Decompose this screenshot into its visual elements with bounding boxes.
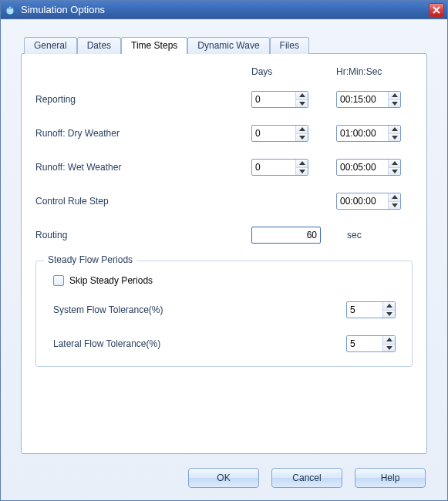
spinner-down-icon[interactable] [296,99,308,108]
runoff-dry-hms-input[interactable] [337,126,388,141]
system-flow-tol-input[interactable] [347,302,382,318]
row-runoff-dry: Runoff: Dry Weather [35,125,413,142]
reporting-hms-spinner[interactable] [336,91,401,108]
group-steady-flow: Steady Flow Periods Skip Steady Periods … [35,261,413,367]
help-button[interactable]: Help [355,468,426,488]
header-days: Days [251,66,336,77]
row-lateral-flow-tol: Lateral Flow Tolerance(%) [49,335,399,352]
tab-panel-time-steps: Days Hr:Min:Sec Reporting [21,53,427,454]
close-button[interactable] [429,3,444,17]
tab-time-steps[interactable]: Time Steps [121,37,187,54]
label-control-rule: Control Rule Step [35,196,251,207]
routing-value-field[interactable] [251,227,321,244]
tab-files[interactable]: Files [270,37,309,54]
titlebar: Simulation Options [1,1,447,19]
tab-container: General Dates Time Steps Dynamic Wave Fi… [21,36,427,454]
tab-dynamic-wave[interactable]: Dynamic Wave [187,37,269,54]
tab-dates[interactable]: Dates [77,37,121,54]
row-runoff-wet: Runoff: Wet Weather [35,159,413,176]
control-rule-hms-input[interactable] [337,193,388,209]
button-bar: OK Cancel Help [21,468,427,488]
tab-row: General Dates Time Steps Dynamic Wave Fi… [24,36,427,53]
runoff-dry-days-spinner[interactable] [251,125,308,142]
content-area: General Dates Time Steps Dynamic Wave Fi… [1,19,447,500]
spinner-down-icon[interactable] [389,133,400,142]
tab-general[interactable]: General [24,37,77,54]
runoff-dry-days-input[interactable] [252,126,295,141]
app-icon [4,4,16,16]
spinner-up-icon[interactable] [389,92,400,99]
label-runoff-dry: Runoff: Dry Weather [35,128,251,139]
window-title: Simulation Options [21,4,429,15]
spinner-down-icon[interactable] [296,133,308,142]
runoff-wet-hms-spinner[interactable] [336,159,401,176]
system-flow-tol-spinner[interactable] [346,301,396,318]
spinner-down-icon[interactable] [296,167,308,176]
spinner-down-icon[interactable] [389,167,400,176]
spinner-down-icon[interactable] [389,99,400,108]
spinner-up-icon[interactable] [296,92,308,99]
row-control-rule: Control Rule Step [35,193,413,210]
skip-steady-checkbox[interactable] [53,275,64,286]
spinner-down-icon[interactable] [383,344,395,352]
label-runoff-wet: Runoff: Wet Weather [35,162,251,173]
label-routing: Routing [35,230,251,240]
reporting-days-spinner[interactable] [251,91,308,108]
dialog-window: Simulation Options General Dates Time St… [0,0,448,501]
skip-steady-label: Skip Steady Periods [69,275,153,286]
cancel-button[interactable]: Cancel [271,468,342,488]
row-system-flow-tol: System Flow Tolerance(%) [49,301,399,318]
routing-input[interactable] [252,227,320,243]
spinner-up-icon[interactable] [389,193,400,201]
group-legend: Steady Flow Periods [44,254,136,265]
spinner-up-icon[interactable] [383,336,395,344]
spinner-up-icon[interactable] [389,126,400,133]
label-lateral-flow-tol: Lateral Flow Tolerance(%) [53,338,346,349]
ok-button[interactable]: OK [188,468,259,488]
spinner-up-icon[interactable] [296,160,308,167]
control-rule-hms-spinner[interactable] [336,193,401,210]
lateral-flow-tol-input[interactable] [347,336,382,351]
runoff-wet-hms-input[interactable] [337,160,388,175]
row-reporting: Reporting [35,91,413,108]
spinner-up-icon[interactable] [296,126,308,133]
row-routing: Routing sec [35,227,413,244]
row-skip-steady: Skip Steady Periods [53,275,399,286]
lateral-flow-tol-spinner[interactable] [346,335,396,352]
spinner-down-icon[interactable] [389,201,400,210]
column-headers: Days Hr:Min:Sec [35,66,413,77]
routing-unit: sec [347,230,362,240]
reporting-hms-input[interactable] [337,92,388,107]
label-reporting: Reporting [35,94,251,105]
spinner-up-icon[interactable] [383,302,395,310]
runoff-wet-days-spinner[interactable] [251,159,308,176]
spinner-down-icon[interactable] [383,310,395,318]
header-hms: Hr:Min:Sec [336,66,413,77]
spinner-up-icon[interactable] [389,160,400,167]
runoff-dry-hms-spinner[interactable] [336,125,401,142]
reporting-days-input[interactable] [252,92,295,107]
label-system-flow-tol: System Flow Tolerance(%) [53,304,346,315]
runoff-wet-days-input[interactable] [252,160,295,175]
